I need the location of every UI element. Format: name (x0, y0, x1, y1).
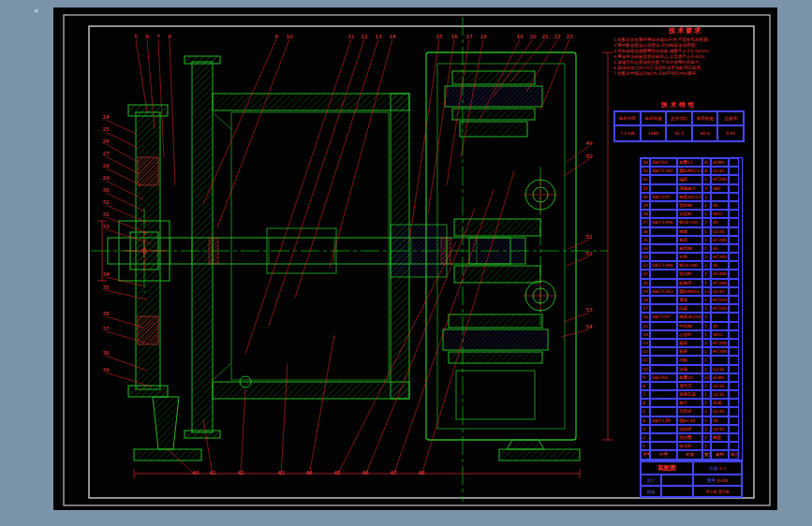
header-qty: 数量 (702, 450, 711, 459)
cell-name: 油塞 (677, 365, 702, 373)
cell-no: 32 (641, 175, 650, 183)
table-row: 21 制动轮 1 HT300 (641, 270, 742, 278)
cell-name: 键20×80 (677, 261, 702, 270)
cell-no: 27 (641, 218, 650, 226)
cell-note (729, 210, 739, 218)
cell-name: 箱座 (677, 347, 702, 356)
cell-code (650, 227, 677, 236)
spec-header-cell: 电机转速 (641, 111, 667, 125)
cad-artifact-mark: ✕ (34, 7, 39, 15)
cell-material (711, 313, 729, 321)
cell-no: 8 (641, 382, 650, 390)
cell-note (729, 330, 739, 339)
cell-code: GB/T1096 (650, 218, 677, 226)
cell-code: GB/T297 (650, 313, 677, 321)
cell-material: Q235 (711, 365, 729, 373)
cell-qty: 1 (702, 201, 711, 210)
cell-qty: 1 (702, 296, 711, 304)
cell-qty: 1 (702, 330, 711, 339)
cell-code (650, 433, 677, 442)
cell-no: 31 (641, 184, 650, 193)
cell-no: 13 (641, 339, 650, 347)
cell-qty: 1 (702, 227, 711, 236)
table-row: 28 大齿轮 1 40Cr (641, 210, 742, 218)
cell-qty: 1 (702, 244, 711, 253)
cell-code (650, 184, 677, 193)
cell-material (711, 193, 729, 201)
cell-no: 9 (641, 373, 650, 382)
cell-name: 密封圈 (677, 433, 702, 442)
cell-qty: 2 (702, 184, 711, 193)
cell-code (650, 201, 677, 210)
cell-note (729, 201, 739, 210)
technical-notes: 技术要求 1.装配前所有零件用煤油清洗干净,不得有毛刺铁屑;2.零件配合面涂以润… (613, 26, 758, 77)
cell-material (711, 356, 729, 364)
spec-value-cell: 35.5 (666, 125, 692, 141)
cell-name: 齿轮轴 (677, 201, 702, 210)
cell-name: 挡油环 (677, 425, 702, 433)
table-row: 20 联轴器 1 HT200 (641, 279, 742, 287)
cell-qty: 1 (702, 236, 711, 244)
cell-qty: 1 (702, 339, 711, 347)
cell-name: 制动轮 (677, 270, 702, 278)
table-row: 12 箱座 1 HT200 (641, 347, 742, 356)
parts-list: 34 GB/T93 垫圈12 8 65Mn 33 GB/T5782 螺栓M12×… (640, 157, 743, 460)
table-row: 14 小齿轮 1 40Cr (641, 330, 742, 339)
cell-note (729, 158, 739, 167)
table-row: 26 轴套 1 Q235 (641, 227, 742, 236)
cell-name: 定距环 (677, 407, 702, 416)
cell-no: 16 (641, 313, 650, 321)
table-row: 25 卷筒 1 HT200 (641, 236, 742, 244)
cell-name: 透盖 (677, 296, 702, 304)
cell-name: 端盖 (677, 175, 702, 183)
table-row: 7 窥视孔盖 1 Q235 (641, 390, 742, 399)
cell-material: HT200 (711, 279, 729, 287)
cell-name: 支座 (677, 253, 702, 261)
cell-qty: 2 (702, 416, 711, 425)
cell-no: 25 (641, 236, 650, 244)
cell-qty: 1 (702, 261, 711, 270)
cell-qty: 1 (702, 365, 711, 373)
cell-material: Q235 (711, 407, 729, 416)
cell-material: HT200 (711, 236, 729, 244)
cell-note (729, 193, 739, 201)
cell-code: GB/T297 (650, 193, 677, 201)
cell-qty: 1 (702, 347, 711, 356)
spec-title: 技术特性 (613, 101, 745, 110)
cell-material: HT150 (711, 304, 729, 313)
cell-name: 键16×50 (677, 218, 702, 226)
table-row: 11 油标 1 (641, 356, 742, 364)
cell-note (729, 365, 739, 373)
cell-qty: 2 (702, 425, 711, 433)
cell-material: 40Cr (711, 210, 729, 218)
cell-no: 23 (641, 253, 650, 261)
cell-code (650, 322, 677, 330)
cell-no: 19 (641, 287, 650, 296)
drawing-name: 装配图 (641, 461, 693, 475)
cell-name: 螺栓M12×40 (677, 167, 702, 175)
cell-name: 销8×30 (677, 416, 702, 425)
cell-code (650, 425, 677, 433)
spec-value-cell: 0.92 (717, 125, 744, 141)
cell-material: HT200 (711, 339, 729, 347)
cell-material: HT200 (711, 253, 729, 261)
cell-qty: 2 (702, 313, 711, 321)
table-row: 5 定距环 2 Q235 (641, 407, 742, 416)
cell-no: 17 (641, 304, 650, 313)
spec-column: 卷筒转速 40.6 (692, 111, 718, 141)
cell-note (729, 167, 739, 175)
design-label: 设计 (641, 475, 661, 486)
cell-code (650, 279, 677, 287)
table-row: 23 支座 2 HT200 (641, 253, 742, 261)
cell-no: 3 (641, 425, 650, 433)
cell-code (650, 210, 677, 218)
cell-name: 中间轴 (677, 322, 702, 330)
cell-no: 11 (641, 356, 650, 364)
table-row: 15 中间轴 1 45 (641, 322, 742, 330)
cell-name: 小齿轮 (677, 330, 702, 339)
note-line: 7.装配后空载试运转2h,运转平稳无冲击噪声。 (613, 71, 758, 77)
cell-code (650, 339, 677, 347)
cell-name: 调整垫片 (677, 184, 702, 193)
table-row: 4 GB/T119 销8×30 2 35 (641, 416, 742, 425)
cell-material: 65Mn (711, 158, 729, 167)
